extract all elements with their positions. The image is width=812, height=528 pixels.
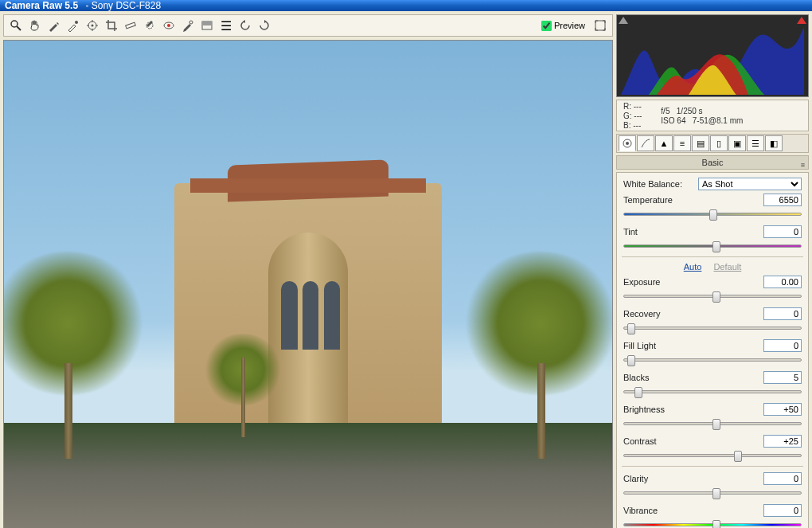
zoom-tool-icon[interactable] (7, 17, 25, 34)
recovery-slider[interactable] (623, 323, 802, 334)
svg-rect-9 (126, 22, 136, 29)
exposure-label: Exposure (623, 277, 763, 287)
rotate-ccw-icon[interactable] (236, 17, 254, 34)
tint-value[interactable] (763, 225, 802, 238)
rotate-cw-icon[interactable] (256, 17, 273, 34)
tint-slider[interactable] (623, 241, 802, 252)
main-row: ☰ Preview (3, 14, 809, 528)
meta-g: G: --- (623, 111, 642, 120)
exposure-slider[interactable] (623, 291, 802, 302)
contrast-label: Contrast (623, 436, 763, 446)
tab-lens-corrections[interactable]: ▯ (710, 135, 728, 151)
meta-shutter: 1/250 s (677, 107, 703, 115)
temperature-label: Temperature (623, 195, 763, 205)
fill-light-label: Fill Light (623, 341, 763, 350)
toolbar: ☰ Preview (3, 14, 613, 37)
blacks-value[interactable] (763, 371, 802, 384)
doc-title: - Sony DSC-F828 (83, 0, 161, 11)
blacks-slider[interactable] (623, 386, 802, 397)
svg-rect-16 (595, 21, 605, 30)
svg-rect-15 (202, 22, 212, 25)
panel-menu-icon[interactable]: ≡ (801, 158, 805, 172)
fill-light-value[interactable] (763, 339, 802, 352)
tab-split-toning[interactable]: ▤ (692, 135, 709, 151)
graduated-filter-tool-icon[interactable] (198, 17, 216, 34)
tab-snapshots[interactable]: ◧ (765, 135, 783, 151)
straighten-tool-icon[interactable] (122, 17, 139, 34)
color-sampler-tool-icon[interactable] (64, 17, 82, 34)
app-title: Camera Raw 5.5 (5, 0, 78, 11)
recovery-value[interactable] (763, 307, 802, 320)
tab-hsl[interactable]: ≡ (673, 135, 691, 151)
vibrance-label: Vibrance (623, 506, 763, 515)
fullscreen-toggle-icon[interactable] (591, 17, 609, 34)
meta-b: B: --- (623, 121, 642, 130)
meta-aperture: f/5 (661, 107, 670, 115)
clarity-slider[interactable] (623, 487, 802, 499)
fill-light-slider[interactable] (623, 354, 802, 366)
vibrance-value[interactable] (763, 504, 802, 517)
panel-title: Basic ≡ (616, 155, 809, 170)
recovery-label: Recovery (623, 309, 763, 319)
meta-r: R: --- (623, 102, 642, 111)
metadata-panel: R: --- G: --- B: --- f/5 1/250 s ISO 64 … (616, 100, 809, 131)
auto-link[interactable]: Auto (684, 262, 702, 272)
brightness-label: Brightness (623, 405, 763, 414)
white-balance-tool-icon[interactable] (45, 17, 63, 34)
white-balance-label: White Balance: (623, 179, 698, 189)
preview-checkbox-input[interactable] (541, 21, 552, 31)
tab-tone-curve[interactable] (637, 135, 654, 151)
crop-tool-icon[interactable] (103, 17, 120, 34)
svg-point-4 (92, 25, 94, 27)
clarity-value[interactable] (763, 472, 802, 485)
brightness-slider[interactable] (623, 418, 802, 429)
window-body: ☰ Preview (0, 11, 812, 528)
svg-point-12 (167, 24, 170, 27)
exposure-value[interactable] (763, 276, 802, 288)
svg-point-13 (189, 21, 193, 24)
right-column: R: --- G: --- B: --- f/5 1/250 s ISO 64 … (616, 14, 809, 528)
preview-checkbox[interactable]: Preview (541, 21, 585, 31)
meta-lens: 7-51@8.1 mm (693, 116, 744, 125)
white-balance-select[interactable]: As Shot (698, 178, 802, 190)
meta-iso: ISO 64 (661, 116, 685, 125)
spot-removal-tool-icon[interactable] (141, 17, 158, 34)
target-adjustment-tool-icon[interactable] (84, 17, 101, 34)
blacks-label: Blacks (623, 373, 763, 382)
temperature-slider[interactable] (623, 209, 802, 220)
hand-tool-icon[interactable] (26, 17, 44, 34)
adjustment-brush-tool-icon[interactable] (179, 17, 197, 34)
image-preview[interactable] (3, 40, 613, 528)
svg-point-2 (75, 21, 78, 24)
preferences-icon[interactable]: ☰ (217, 17, 235, 34)
svg-point-18 (626, 142, 629, 145)
clarity-label: Clarity (623, 474, 763, 483)
brightness-value[interactable] (763, 403, 802, 416)
temperature-value[interactable] (763, 194, 802, 206)
red-eye-tool-icon[interactable] (160, 17, 178, 34)
svg-point-0 (11, 21, 18, 27)
left-column: ☰ Preview (3, 14, 613, 528)
histogram[interactable] (616, 14, 809, 97)
tab-basic[interactable] (619, 135, 636, 151)
contrast-value[interactable] (763, 435, 802, 448)
preview-label: Preview (554, 21, 585, 30)
panel-tabs: ▲ ≡ ▤ ▯ ▣ ☰ ◧ (616, 134, 809, 153)
contrast-slider[interactable] (623, 450, 802, 461)
tab-detail[interactable]: ▲ (655, 135, 673, 151)
tab-camera-calibration[interactable]: ▣ (728, 135, 746, 151)
svg-line-1 (17, 26, 21, 30)
titlebar: Camera Raw 5.5 - Sony DSC-F828 (0, 0, 812, 11)
app-window: Camera Raw 5.5 - Sony DSC-F828 ☰ (0, 0, 812, 528)
default-link: Default (713, 262, 741, 272)
basic-panel: White Balance: As Shot Temperature Tint … (616, 172, 809, 528)
tab-presets[interactable]: ☰ (747, 135, 764, 151)
tint-label: Tint (623, 227, 763, 237)
vibrance-slider[interactable] (623, 519, 802, 528)
